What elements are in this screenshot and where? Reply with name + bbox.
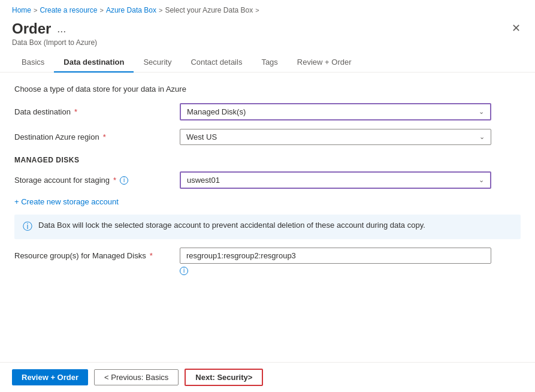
destination-region-label: Destination Azure region * — [14, 132, 170, 141]
data-destination-label: Data destination * — [14, 107, 170, 116]
breadcrumb-sep-3: > — [159, 7, 162, 14]
storage-account-arrow: ⌄ — [479, 176, 484, 184]
data-destination-arrow: ⌄ — [479, 108, 484, 116]
resource-group-info-icon[interactable]: i — [180, 267, 188, 275]
page-title-block: Order ... Data Box (Import to Azure) — [12, 20, 97, 47]
breadcrumb-home[interactable]: Home — [12, 6, 31, 14]
review-order-button[interactable]: Review + Order — [12, 369, 88, 385]
storage-account-wrapper: uswest01 ⌄ — [180, 171, 491, 189]
required-star-2: * — [103, 132, 106, 141]
create-storage-account-link[interactable]: + Create new storage account — [14, 197, 119, 206]
close-button[interactable]: ✕ — [509, 20, 523, 36]
destination-region-dropdown[interactable]: West US ⌄ — [180, 129, 491, 145]
resource-group-info-row: i — [180, 266, 521, 275]
storage-account-row: Storage account for staging * i uswest01… — [14, 171, 521, 189]
resource-group-row: Resource group(s) for Managed Disks * — [14, 248, 521, 264]
page-container: Home > Create a resource > Azure Data Bo… — [0, 0, 535, 392]
storage-account-label: Storage account for staging * i — [14, 176, 170, 185]
required-star-3: * — [113, 176, 116, 185]
resource-group-label: Resource group(s) for Managed Disks * — [14, 251, 170, 260]
resource-group-input[interactable] — [180, 248, 491, 264]
page-header: Order ... Data Box (Import to Azure) ✕ — [0, 18, 535, 53]
page-title-text: Order — [12, 20, 51, 37]
tab-tags[interactable]: Tags — [252, 53, 287, 73]
data-destination-dropdown[interactable]: Managed Disk(s) ⌄ — [180, 103, 491, 120]
data-destination-row: Data destination * Managed Disk(s) ⌄ — [14, 103, 521, 120]
tab-data-destination[interactable]: Data destination — [54, 53, 134, 73]
data-destination-value: Managed Disk(s) — [187, 107, 246, 116]
create-storage-row: + Create new storage account — [14, 197, 521, 206]
page-title-row: Order ... — [12, 20, 97, 37]
tabs-bar: Basics Data destination Security Contact… — [0, 53, 535, 73]
breadcrumb-azure-data-box[interactable]: Azure Data Box — [106, 6, 156, 14]
tab-security[interactable]: Security — [134, 53, 181, 73]
main-content: Choose a type of data store for your dat… — [0, 73, 535, 362]
storage-account-dropdown[interactable]: uswest01 ⌄ — [180, 171, 491, 189]
info-box-icon: ⓘ — [23, 221, 32, 233]
destination-region-row: Destination Azure region * West US ⌄ — [14, 129, 521, 145]
required-star-1: * — [74, 107, 77, 116]
storage-account-value: uswest01 — [187, 176, 220, 185]
resource-group-wrapper — [180, 248, 491, 264]
tab-basics[interactable]: Basics — [12, 53, 54, 73]
tab-review-order[interactable]: Review + Order — [288, 53, 361, 73]
section-description: Choose a type of data store for your dat… — [14, 85, 521, 94]
breadcrumb-create-resource[interactable]: Create a resource — [40, 6, 97, 14]
breadcrumb: Home > Create a resource > Azure Data Bo… — [0, 0, 535, 18]
breadcrumb-sep-4: > — [255, 7, 259, 14]
destination-region-arrow: ⌄ — [479, 133, 485, 141]
info-box: ⓘ Data Box will lock the selected storag… — [14, 215, 521, 239]
managed-disks-section-header: MANAGED DISKS — [14, 156, 521, 164]
breadcrumb-sep-2: > — [100, 7, 104, 14]
more-options-button[interactable]: ... — [57, 23, 66, 35]
breadcrumb-sep-1: > — [34, 7, 37, 14]
previous-basics-button[interactable]: < Previous: Basics — [94, 369, 179, 385]
data-destination-wrapper: Managed Disk(s) ⌄ — [180, 103, 491, 120]
page-subtitle: Data Box (Import to Azure) — [12, 38, 97, 47]
breadcrumb-current: Select your Azure Data Box — [165, 6, 253, 14]
storage-account-info-icon[interactable]: i — [120, 176, 128, 185]
info-box-text: Data Box will lock the selected storage … — [38, 221, 425, 230]
destination-region-wrapper: West US ⌄ — [180, 129, 491, 145]
next-security-button[interactable]: Next: Security> — [185, 369, 263, 386]
destination-region-value: West US — [186, 132, 217, 141]
tab-contact-details[interactable]: Contact details — [181, 53, 252, 73]
bottom-bar: Review + Order < Previous: Basics Next: … — [0, 362, 535, 392]
required-star-4: * — [150, 251, 153, 260]
